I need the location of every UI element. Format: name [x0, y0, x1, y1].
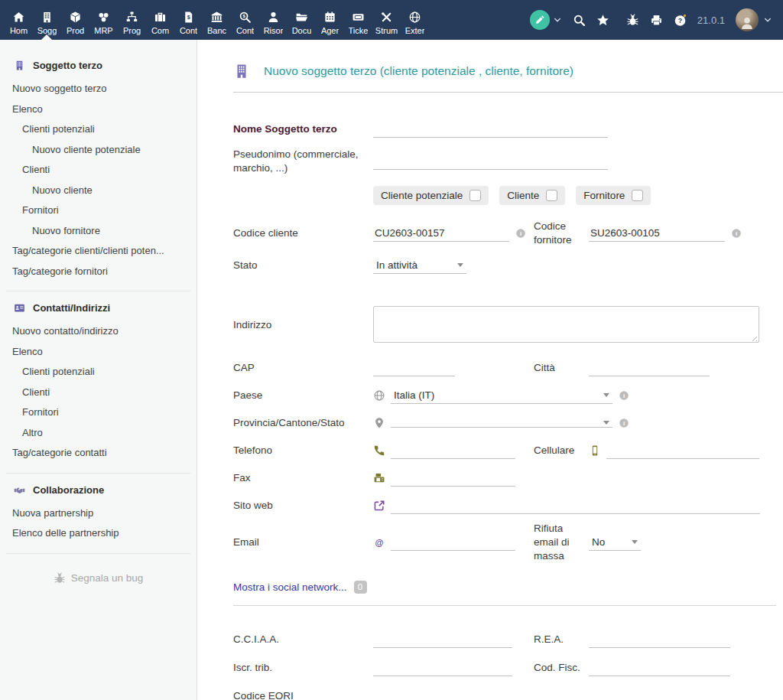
sidebar-item-prospects[interactable]: Clienti potenziali	[0, 119, 197, 140]
refuse-bulk-email-select[interactable]: No	[589, 534, 641, 551]
search-dollar-icon: $	[239, 11, 252, 24]
tax-registration-input[interactable]	[373, 659, 512, 676]
eori-code-input[interactable]	[373, 688, 512, 700]
sidebar-item-partnership-list[interactable]: Elenco delle partnership	[0, 523, 197, 544]
nav-item-home[interactable]: Hom	[5, 5, 33, 35]
sidebar-item-new-prospect[interactable]: Nuovo cliente potenziale	[0, 140, 197, 161]
section-title: Contatti/Indirizzi	[33, 302, 110, 314]
nav-item-projects[interactable]: Prog	[118, 5, 146, 35]
sidebar-item-contact-customers[interactable]: Clienti	[0, 383, 197, 403]
sidebar-item-new-customer[interactable]: Nuovo cliente	[0, 181, 197, 201]
customer-checkbox[interactable]	[546, 190, 557, 201]
show-social-networks-link[interactable]: Mostra i social network... 0	[233, 581, 367, 594]
supplier-checkbox[interactable]	[632, 190, 643, 201]
address-textarea[interactable]	[373, 306, 759, 343]
role-chips: Cliente potenziale Cliente Fornitore	[373, 186, 651, 205]
city-input[interactable]	[589, 360, 710, 376]
sidebar-item-contact-other[interactable]: Altro	[0, 423, 197, 444]
name-input[interactable]	[373, 121, 608, 138]
info-icon[interactable]: i	[619, 418, 629, 428]
printer-icon[interactable]	[650, 14, 663, 27]
svg-text:i: i	[623, 420, 625, 427]
nav-item-agenda[interactable]: Ager	[316, 5, 344, 35]
chevron-down-icon	[457, 263, 463, 267]
sidebar-item-tags-suppliers[interactable]: Tag/categorie fornitori	[0, 262, 197, 282]
nav-item-hr[interactable]: Risor	[259, 5, 288, 35]
nav-item-label: Cont	[180, 26, 197, 35]
svg-text:i: i	[520, 230, 521, 237]
sidebar-item-customers[interactable]: Clienti	[0, 160, 197, 181]
section-title: Soggetto terzo	[33, 60, 102, 71]
info-icon[interactable]: i	[515, 228, 526, 239]
nav-item-tools[interactable]: Strum	[372, 5, 401, 35]
nav-item-label: Hom	[10, 26, 28, 35]
nav-item-third-parties[interactable]: Sogg	[33, 5, 61, 35]
sidebar-item-list[interactable]: Elenco	[0, 99, 197, 120]
nav-item-mrp[interactable]: MRP	[89, 5, 118, 35]
state-select[interactable]	[391, 418, 612, 428]
spheres-icon	[97, 11, 110, 24]
nav-item-tickets[interactable]: Ticke	[344, 5, 372, 35]
nav-item-label: Cont	[236, 26, 254, 35]
refuse-bulk-email-label: Rifiuta email di massa	[534, 522, 589, 564]
info-icon[interactable]: i	[731, 228, 742, 239]
nav-item-commercial[interactable]: Com	[146, 5, 174, 35]
sidebar-item-tags-customers[interactable]: Tag/categorie clienti/clienti poten...	[0, 241, 197, 262]
nav-item-products[interactable]: Prod	[61, 5, 89, 35]
nav-item-label: Banc	[207, 26, 226, 35]
zip-label: CAP	[233, 361, 373, 375]
country-select[interactable]: Italia (IT)	[391, 387, 612, 404]
svg-text:?: ?	[678, 17, 682, 24]
svg-text:i: i	[736, 230, 737, 237]
rea-input[interactable]	[589, 631, 730, 648]
bookmark-star-icon[interactable]	[596, 14, 609, 27]
report-bug-link[interactable]: Segnala un bug	[0, 572, 197, 584]
sidebar-item-new-third-party[interactable]: Nuovo soggetto terzo	[0, 79, 197, 99]
sidebar-item-suppliers[interactable]: Fornitori	[0, 200, 197, 221]
quick-add-menu[interactable]	[530, 10, 562, 30]
home-icon	[12, 11, 25, 24]
map-marker-icon	[373, 417, 385, 429]
help-icon[interactable]: ?	[674, 14, 687, 27]
mobile-input[interactable]	[606, 442, 759, 459]
nav-item-bank[interactable]: Banc	[203, 5, 231, 35]
sidebar-item-new-contact[interactable]: Nuovo contatto/indirizzo	[0, 321, 197, 342]
prospect-chip-label: Cliente potenziale	[381, 190, 463, 201]
phone-input[interactable]	[391, 442, 515, 459]
website-input[interactable]	[391, 497, 760, 514]
fiscal-code-input[interactable]	[589, 659, 730, 676]
sidebar-item-contact-suppliers[interactable]: Fornitori	[0, 402, 197, 423]
supplier-code-input[interactable]	[589, 225, 725, 242]
customer-chip[interactable]: Cliente	[499, 186, 565, 205]
search-icon[interactable]	[573, 14, 586, 27]
supplier-chip[interactable]: Fornitore	[576, 186, 651, 205]
user-menu[interactable]	[736, 8, 772, 31]
prospect-chip[interactable]: Cliente potenziale	[373, 186, 489, 205]
sidebar-item-tags-contacts[interactable]: Tag/categorie contatti	[0, 443, 197, 464]
alias-input[interactable]	[373, 153, 608, 170]
chevron-down-icon	[603, 393, 609, 397]
sidebar-item-new-supplier[interactable]: Nuovo fornitore	[0, 221, 197, 242]
sidebar-item-new-partnership[interactable]: Nuova partnership	[0, 503, 197, 524]
cciaa-input[interactable]	[373, 631, 512, 648]
status-select[interactable]: In attività	[373, 257, 466, 274]
fax-input[interactable]	[391, 470, 515, 487]
bug-icon[interactable]	[626, 14, 639, 27]
zip-input[interactable]	[373, 360, 455, 376]
customer-code-input[interactable]	[373, 225, 509, 242]
building-icon	[41, 11, 54, 24]
sidebar-item-contact-prospects[interactable]: Clienti potenziali	[0, 362, 197, 383]
prospect-checkbox[interactable]	[469, 190, 481, 201]
info-icon[interactable]: i	[619, 390, 629, 401]
nav-item-external[interactable]: Exter	[401, 5, 429, 35]
bug-icon	[54, 572, 66, 584]
website-label: Sito web	[233, 499, 373, 513]
section-divider	[233, 605, 776, 606]
page-title-row: Nuovo soggetto terzo (cliente potenziale…	[233, 63, 783, 80]
nav-item-billing[interactable]: $Cont	[174, 5, 203, 35]
sidebar-item-contact-list[interactable]: Elenco	[0, 342, 197, 363]
nav-item-accounting[interactable]: $Cont	[231, 5, 259, 35]
email-input[interactable]	[391, 534, 515, 551]
sidebar-divider	[6, 553, 190, 554]
nav-item-documents[interactable]: Docu	[288, 5, 316, 35]
